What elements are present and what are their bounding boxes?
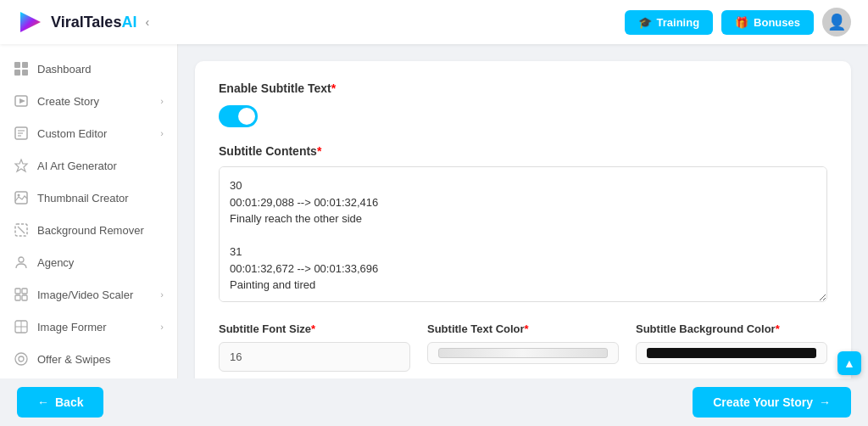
chevron-right-icon: › [160,96,164,106]
svg-rect-18 [22,289,27,294]
sidebar-item-offer-swipes[interactable]: Offer & Swipes [0,343,177,375]
enable-subtitle-label: Enable Subtitle Text* [219,81,827,95]
logo-icon [17,8,44,36]
sidebar-label-bg-remover: Background Remover [37,224,144,237]
sidebar-label-create-story: Create Story [37,95,99,108]
toggle-wrap [219,105,827,127]
settings-row: Subtitle Font Size* Subtitle Text Color*… [219,322,827,372]
bg-color-swatch-wrap[interactable] [636,342,827,364]
sidebar-label-dashboard: Dashboard [37,63,92,76]
sidebar-item-scaler[interactable]: Image/Video Scaler › [0,278,177,311]
main-content: Enable Subtitle Text* Subtitle Contents*… [178,44,868,378]
font-size-input[interactable] [219,342,410,372]
svg-marker-11 [15,160,27,171]
chevron-right-icon-4: › [160,322,164,332]
font-size-label: Subtitle Font Size* [219,322,410,335]
arrow-right-icon: → [819,395,831,409]
back-button[interactable]: ← Back [17,387,103,418]
header: ViralTalesAI ‹ 🎓 Training 🎁 Bonuses 👤 [0,0,868,44]
avatar[interactable]: 👤 [822,8,851,36]
text-color-label: Subtitle Text Color* [427,322,619,335]
sidebar-label-scaler: Image/Video Scaler [37,289,133,301]
text-color-swatch-wrap[interactable] [427,342,619,364]
scaler-icon [14,287,29,302]
training-icon: 🎓 [638,16,652,29]
sidebar-label-agency: Agency [37,256,74,269]
svg-rect-4 [22,70,28,76]
chevron-right-icon-3: › [160,289,164,300]
offer-icon [14,351,29,367]
svg-point-25 [19,356,24,362]
sidebar-item-bg-remover[interactable]: Background Remover [0,214,177,246]
font-size-field: Subtitle Font Size* [219,322,410,372]
bottom-bar: ← Back Create Your Story → [0,378,868,426]
svg-rect-12 [15,192,27,204]
training-button[interactable]: 🎓 Training [625,10,714,35]
svg-point-24 [15,353,27,365]
sidebar-item-dashboard[interactable]: Dashboard [0,53,177,85]
bg-color-swatch [647,348,816,358]
svg-rect-3 [14,70,20,76]
subtitle-card: Enable Subtitle Text* Subtitle Contents*… [195,61,851,378]
bg-color-label: Subtitle Background Color* [636,322,827,335]
sidebar-item-ai-art[interactable]: AI Art Generator [0,149,177,182]
toggle-slider [219,105,258,127]
agency-icon [14,255,29,270]
text-color-swatch [438,348,608,358]
scroll-up-button[interactable]: ▲ [837,351,861,375]
sidebar-label-image-former: Image Former [37,321,107,334]
ai-art-icon [14,158,29,173]
image-former-icon [14,319,29,334]
svg-rect-2 [22,62,28,68]
create-story-icon [14,93,29,109]
subtitle-toggle[interactable] [219,105,258,127]
logo-chevron-icon: ‹ [145,15,149,29]
dashboard-icon [14,61,29,76]
svg-rect-17 [15,289,20,294]
bonuses-button[interactable]: 🎁 Bonuses [721,10,814,35]
thumbnail-icon [14,190,29,205]
arrow-left-icon: ← [37,395,49,409]
subtitle-contents-label: Subtitle Contents* [219,144,827,158]
logo-text: ViralTalesAI [51,14,136,31]
subtitle-contents-section: Subtitle Contents* 30 00:01:29,088 --> 0… [219,144,827,305]
logo: ViralTalesAI ‹ [17,8,149,36]
chevron-right-icon-2: › [160,128,164,138]
text-color-field: Subtitle Text Color* [427,322,619,372]
sidebar: Dashboard Create Story › Cus [0,44,178,378]
sidebar-label-offer: Offer & Swipes [37,353,110,366]
svg-line-15 [18,227,25,233]
sidebar-item-image-former[interactable]: Image Former › [0,311,177,343]
svg-rect-19 [15,295,20,300]
create-story-button[interactable]: Create Your Story → [693,387,851,418]
svg-marker-6 [19,98,25,104]
svg-point-13 [18,194,20,197]
sidebar-item-create-story[interactable]: Create Story › [0,85,177,117]
svg-rect-1 [14,62,20,68]
sidebar-item-thumbnail[interactable]: Thumbnail Creator [0,182,177,214]
svg-point-16 [19,257,24,262]
bg-color-field: Subtitle Background Color* [636,322,827,372]
header-actions: 🎓 Training 🎁 Bonuses 👤 [625,8,851,36]
sidebar-item-custom-editor[interactable]: Custom Editor › [0,117,177,149]
sidebar-item-agency[interactable]: Agency [0,246,177,278]
svg-rect-20 [22,295,27,300]
subtitle-textarea[interactable]: 30 00:01:29,088 --> 00:01:32,416 Finally… [219,166,827,302]
bg-remover-icon [14,222,29,238]
sidebar-label-ai-art: AI Art Generator [37,160,117,172]
sidebar-label-thumbnail: Thumbnail Creator [37,192,129,205]
bonuses-icon: 🎁 [735,16,748,29]
sidebar-label-custom-editor: Custom Editor [37,127,107,140]
svg-marker-0 [20,12,41,32]
custom-editor-icon [14,126,29,141]
enable-subtitle-section: Enable Subtitle Text* [219,81,827,127]
layout: Dashboard Create Story › Cus [0,44,868,378]
